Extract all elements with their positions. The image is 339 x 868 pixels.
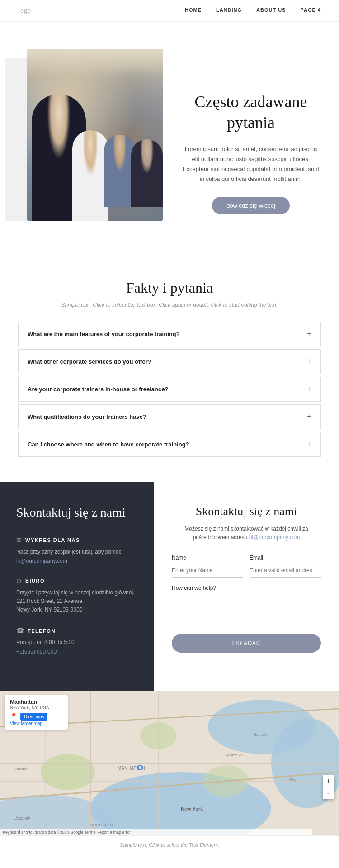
contact-email-link[interactable]: hi@ourcompany.com: [16, 558, 67, 564]
contact-address1: 121 Rock Sreet, 21 Avenue,: [16, 597, 137, 606]
map-view-larger-link[interactable]: View larger map: [10, 721, 42, 726]
nav-page4[interactable]: PAGE 4: [300, 7, 321, 14]
faq-expand-icon-2: +: [307, 357, 311, 366]
footer-bar: Sample text. Click to select the Text El…: [0, 835, 339, 854]
header: logo HOME LANDING ABOUT US PAGE 4: [0, 0, 339, 22]
hero-title: Często zadawane pytania: [181, 91, 321, 134]
faq-question-2: What other corporate services do you off…: [28, 358, 151, 365]
map-pin-icon: 📍: [10, 713, 18, 720]
map-attribution: Keyboard shortcuts Map data ©2024 Google…: [0, 829, 312, 835]
svg-text:New York: New York: [181, 806, 203, 811]
map-directions-button[interactable]: Directions: [20, 713, 47, 721]
hero-body: Lorem ipsum dolor sit amet, consectetur …: [181, 144, 321, 184]
form-group-name: Name: [172, 555, 243, 578]
contact-block-email: ✉ WYKRES DLA NAS Nasz przyjazny zespół j…: [16, 536, 137, 564]
map-label-box: Manhattan New York, NY, USA 📍 Directions…: [5, 695, 68, 730]
hero-button[interactable]: dowiedz się więcej: [212, 197, 290, 214]
faq-title: Fakty i pytania: [18, 280, 321, 296]
map-place-name: Manhattan: [10, 699, 62, 705]
map-section: MANHATTAN New York Hudson Bay Newark Eli…: [0, 691, 339, 835]
contact-block-office: ⊙ BIURO Przyjdź i przywitaj się w naszej…: [16, 577, 137, 615]
svg-text:BROOKLYN: BROOKLYN: [90, 823, 113, 827]
location-icon: ⊙: [16, 577, 22, 585]
contact-section: Skontaktuj się z nami ✉ WYKRES DLA NAS N…: [0, 482, 339, 691]
svg-point-5: [41, 754, 95, 790]
svg-text:Hudson: Hudson: [253, 732, 267, 737]
faq-expand-icon-3: +: [307, 384, 311, 394]
contact-block-office-header: ⊙ BIURO: [16, 577, 137, 585]
form-row-name-email: Name Email: [172, 555, 321, 578]
contact-right-panel: Skontaktuj się z nami Możesz się z nami …: [154, 482, 339, 691]
faq-section: Fakty i pytania Sample text. Click to se…: [0, 248, 339, 482]
logo: logo: [18, 7, 31, 14]
person-4: [131, 139, 163, 207]
phone-icon: ☎: [16, 627, 24, 635]
email-icon: ✉: [16, 536, 22, 544]
contact-office-text: Przyjdź i przywitaj się w naszej siedzib…: [16, 588, 137, 597]
contact-email-text: Nasz przyjazny zespół jest tutaj, aby po…: [16, 548, 137, 556]
name-label: Name: [172, 555, 243, 561]
contact-left-title: Skontaktuj się z nami: [16, 505, 137, 520]
footer-text: Sample text. Click to select the Text El…: [120, 842, 219, 848]
ceiling-light: [27, 49, 163, 76]
svg-text:Elizabeth: Elizabeth: [14, 816, 30, 821]
svg-text:Bay: Bay: [289, 778, 297, 782]
faq-expand-icon-5: +: [307, 440, 311, 449]
contact-block-phone-header: ☎ TELEFON: [16, 627, 137, 635]
hero-photo: [27, 49, 163, 221]
map-zoom-in-button[interactable]: +: [323, 775, 334, 787]
main-nav: HOME LANDING ABOUT US PAGE 4: [185, 7, 321, 14]
contact-address2: Nowy Jork, NY 92103-9000: [16, 606, 137, 614]
contact-email-label: WYKRES DLA NAS: [25, 537, 80, 543]
faq-question-3: Are your corporate trainers in-house or …: [28, 386, 168, 393]
contact-block-phone: ☎ TELEFON Pon.-pt. od 8:00 do 5:00 +1(55…: [16, 627, 137, 655]
map-place-sub: New York, NY, USA: [10, 705, 62, 710]
nav-home[interactable]: HOME: [185, 7, 202, 14]
submit-button[interactable]: SKŁADAĆ: [172, 634, 321, 653]
faq-question-1: What are the main features of your corpo…: [28, 331, 180, 337]
email-input[interactable]: [250, 564, 321, 578]
name-input[interactable]: [172, 564, 243, 578]
contact-phone-label: TELEFON: [28, 628, 56, 634]
faq-item-4[interactable]: What qualifications do your trainers hav…: [18, 404, 321, 429]
help-textarea[interactable]: [172, 594, 321, 621]
person-2: [72, 130, 108, 221]
svg-point-26: [139, 766, 141, 769]
map-background: MANHATTAN New York Hudson Bay Newark Eli…: [0, 691, 339, 835]
map-zoom-out-button[interactable]: −: [323, 787, 334, 799]
contact-right-body: Możesz się z nami skontaktować w każdej …: [172, 525, 321, 542]
contact-phone-hours: Pon.-pt. od 8:00 do 5:00: [16, 638, 137, 647]
svg-text:QUEENS: QUEENS: [226, 753, 243, 757]
faq-item-2[interactable]: What other corporate services do you off…: [18, 349, 321, 374]
contact-right-email-link[interactable]: hi@ourcompany.com: [249, 534, 300, 541]
faq-subtitle: Sample text. Click to select the text bo…: [18, 302, 321, 308]
nav-about-us[interactable]: ABOUT US: [256, 7, 286, 14]
contact-left-panel: Skontaktuj się z nami ✉ WYKRES DLA NAS N…: [0, 482, 154, 691]
form-group-help: How can we help?: [172, 585, 321, 623]
contact-block-email-header: ✉ WYKRES DLA NAS: [16, 536, 137, 544]
faq-item-5[interactable]: Can I choose where and when to have corp…: [18, 432, 321, 457]
nav-landing[interactable]: LANDING: [216, 7, 242, 14]
map-directions: 📍 Directions: [10, 713, 62, 721]
faq-question-4: What qualifications do your trainers hav…: [28, 413, 146, 420]
contact-right-title: Skontaktuj się z nami: [172, 505, 321, 518]
hero-photo-inner: [27, 49, 163, 221]
faq-item-1[interactable]: What are the main features of your corpo…: [18, 322, 321, 346]
email-label: Email: [250, 555, 321, 561]
contact-office-label: BIURO: [25, 578, 45, 583]
faq-question-5: Can I choose where and when to have corp…: [28, 441, 189, 448]
help-label: How can we help?: [172, 585, 321, 591]
svg-text:Newark: Newark: [14, 766, 28, 771]
map-zoom-controls: + −: [323, 775, 334, 799]
form-group-email: Email: [250, 555, 321, 578]
hero-section: Często zadawane pytania Lorem ipsum dolo…: [0, 22, 339, 248]
hero-image-container: [18, 49, 172, 221]
faq-expand-icon-4: +: [307, 412, 311, 422]
contact-phone-number[interactable]: +1(555) 000-000: [16, 649, 56, 655]
faq-item-3[interactable]: Are your corporate trainers in-house or …: [18, 377, 321, 402]
faq-expand-icon-1: +: [307, 329, 311, 339]
